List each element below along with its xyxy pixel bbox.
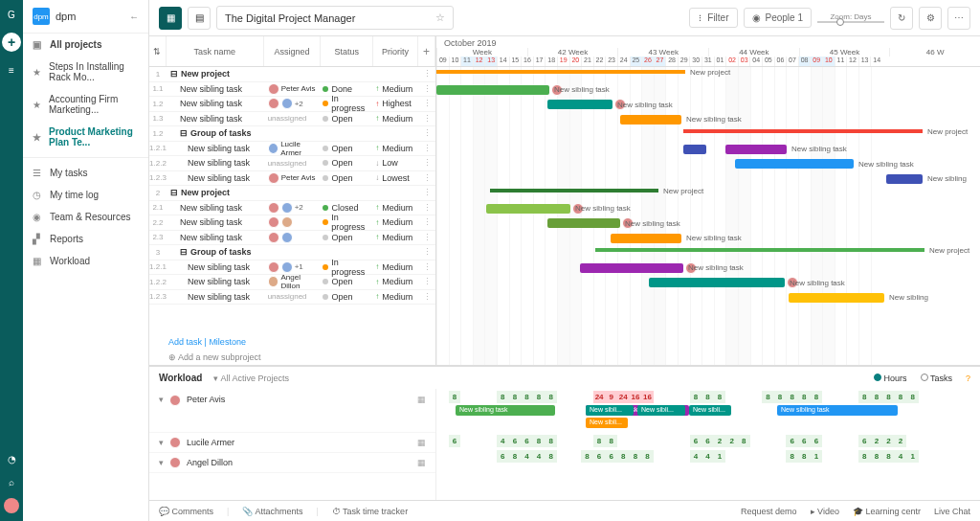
workload-bar[interactable]: New sibli...: [586, 418, 628, 428]
calendar-icon[interactable]: ▦: [417, 458, 426, 467]
task-row[interactable]: 1.2New sibling task+2In progress↑Highest…: [149, 97, 435, 112]
gantt-bar[interactable]: New sibling task: [725, 145, 787, 154]
sidebar-item[interactable]: ☰My tasks: [23, 162, 148, 184]
help-icon[interactable]: ?: [966, 374, 970, 383]
workload-cell: 24: [617, 391, 630, 403]
gantt-bar[interactable]: New project: [436, 70, 685, 74]
title-text: The Digital Project Manager: [225, 12, 355, 24]
workload-cell: 8: [786, 450, 798, 463]
day-label: 13: [484, 57, 497, 66]
learning-link[interactable]: 🎓 Learning centr: [853, 507, 921, 516]
add-column-button[interactable]: +: [418, 36, 435, 66]
task-row[interactable]: 1.2.3New sibling taskPeter AvisOpen↓Lowe…: [149, 171, 435, 187]
chat-link[interactable]: Live Chat: [934, 507, 970, 516]
col-status[interactable]: Status: [321, 36, 373, 66]
task-row[interactable]: 2.2New sibling taskIn progress↑Medium⋮: [149, 215, 435, 231]
user-avatar[interactable]: [4, 498, 19, 513]
sidebar-item[interactable]: ▞Reports: [23, 228, 148, 250]
gantt-bar[interactable]: New sibling: [789, 293, 884, 303]
col-priority[interactable]: Priority: [373, 36, 418, 66]
workload-cell: 8: [509, 391, 522, 403]
footer: 💬 Comments | 📎 Attachments | ⏱ Task time…: [149, 500, 980, 521]
workload-filter[interactable]: ▾ All Active Projects: [213, 374, 289, 383]
task-row[interactable]: 1.3New sibling taskunassignedOpen↑Medium…: [149, 112, 435, 127]
sidebar-item[interactable]: ▦Workload: [23, 250, 148, 272]
gantt-bar[interactable]: New project: [490, 189, 658, 193]
workload-person-row[interactable]: ▾Peter Avis▦: [149, 389, 435, 433]
history-icon[interactable]: ↻: [890, 7, 913, 30]
gantt-bar[interactable]: New sibling task: [547, 218, 620, 228]
menu-icon[interactable]: ≡: [5, 63, 18, 77]
task-row[interactable]: 2⊟ New project⋮: [149, 186, 435, 201]
gantt-bar[interactable]: New project: [595, 248, 924, 252]
task-row[interactable]: 1.2.1New sibling taskLucile ArmerOpen↑Me…: [149, 142, 435, 157]
search-icon[interactable]: ⌕: [5, 475, 18, 488]
gantt-bar[interactable]: New sibling task: [486, 204, 570, 214]
add-button[interactable]: +: [2, 33, 21, 52]
sidebar-project[interactable]: ★Steps In Installing Rack Mo...: [23, 56, 148, 88]
gantt-bar[interactable]: New sibling task: [649, 278, 785, 287]
task-row[interactable]: 3⊟ Group of tasks⋮: [149, 245, 435, 260]
task-row[interactable]: 1.2.2New sibling taskunassignedOpen↓Low⋮: [149, 156, 435, 171]
filter-button[interactable]: ⫶Filter: [689, 8, 737, 28]
gantt-bar[interactable]: New project: [683, 129, 923, 133]
chevron-icon[interactable]: ▾: [159, 438, 164, 447]
task-row[interactable]: 2.3New sibling taskOpen↑Medium⋮: [149, 231, 435, 246]
workload-bar[interactable]: New sibli...: [586, 405, 634, 416]
collapse-icon[interactable]: ←: [129, 11, 139, 22]
task-row[interactable]: 1.2.2New sibling taskAngel DillonOpen↑Me…: [149, 275, 435, 290]
tasks-radio[interactable]: Tasks: [921, 374, 952, 383]
col-task[interactable]: Task name: [167, 36, 264, 66]
project-title-input[interactable]: The Digital Project Manager ☆: [216, 6, 454, 30]
add-task-link[interactable]: Add task: [168, 337, 202, 347]
gantt-bar[interactable]: New sibling task: [580, 263, 683, 273]
logo-icon[interactable]: G: [5, 8, 18, 21]
workload-person-row[interactable]: ▾Lucile Armer▦: [149, 433, 435, 453]
more-icon[interactable]: ⋯: [947, 7, 970, 30]
workload-person-row[interactable]: ▾Angel Dillon▦: [149, 453, 435, 473]
workload-bar[interactable]: New sibli...: [689, 405, 731, 416]
sidebar-item[interactable]: ◷My time log: [23, 184, 148, 206]
chevron-icon[interactable]: ▾: [159, 458, 164, 467]
gantt-chart[interactable]: October 2019 Week42 Week43 Week44 Week45…: [436, 36, 980, 365]
view-gantt-button[interactable]: ▦: [159, 7, 182, 30]
workload-bar[interactable]: New sibling task: [456, 405, 555, 416]
settings-icon[interactable]: ⚙: [919, 7, 942, 30]
workload-cell: 8: [533, 391, 546, 403]
people-button[interactable]: ◉People 1: [744, 8, 812, 28]
workload-bar[interactable]: New sibli...: [637, 405, 685, 416]
calendar-icon[interactable]: ▦: [417, 395, 426, 404]
gantt-bar[interactable]: New sibling task: [611, 234, 681, 243]
comments-link[interactable]: 💬 Comments: [159, 507, 213, 516]
calendar-icon[interactable]: ▦: [417, 438, 426, 447]
attachments-link[interactable]: 📎 Attachments: [242, 507, 302, 516]
gantt-bar[interactable]: New sibling task: [547, 100, 612, 109]
hours-radio[interactable]: Hours: [874, 374, 907, 383]
gantt-bar[interactable]: New sibling task: [735, 159, 854, 169]
gantt-bar[interactable]: New sibling: [886, 174, 923, 184]
bell-icon[interactable]: ◔: [5, 452, 18, 465]
demo-link[interactable]: Request demo: [741, 507, 797, 516]
task-row[interactable]: 1⊟ New project⋮: [149, 67, 435, 82]
add-milestone-link[interactable]: Milestone: [209, 337, 246, 347]
view-board-button[interactable]: ▤: [188, 7, 211, 30]
sidebar-item[interactable]: ◉Team & Resources: [23, 206, 148, 228]
workload-cell: 4: [533, 450, 546, 463]
timer-link[interactable]: ⏱ Task time tracker: [332, 507, 408, 516]
gantt-bar[interactable]: New sibling task: [436, 85, 549, 95]
sidebar-all-projects[interactable]: ▣ All projects: [23, 34, 148, 56]
add-subproject-link[interactable]: Add a new subproject: [178, 352, 261, 362]
sidebar-project[interactable]: ★Product Marketing Plan Te...: [23, 121, 148, 153]
col-assigned[interactable]: Assigned: [264, 36, 322, 66]
gantt-bar[interactable]: New sibling task: [620, 115, 681, 125]
sidebar-project[interactable]: ★Accounting Firm Marketing...: [23, 88, 148, 121]
star-icon[interactable]: ☆: [435, 11, 445, 24]
task-row[interactable]: 1.2.3New sibling taskunassignedOpen↑Medi…: [149, 290, 435, 306]
video-link[interactable]: ▸ Video: [811, 507, 839, 516]
chevron-icon[interactable]: ▾: [159, 395, 164, 404]
gantt-bar[interactable]: [683, 145, 706, 154]
task-row[interactable]: 1.1New sibling taskPeter AvisDone↑Medium…: [149, 82, 435, 98]
workload-bar[interactable]: New sibling task: [777, 405, 898, 416]
task-row[interactable]: 2.1New sibling task+2Closed↑Medium⋮: [149, 201, 435, 216]
col-index[interactable]: ⇅: [149, 36, 167, 66]
